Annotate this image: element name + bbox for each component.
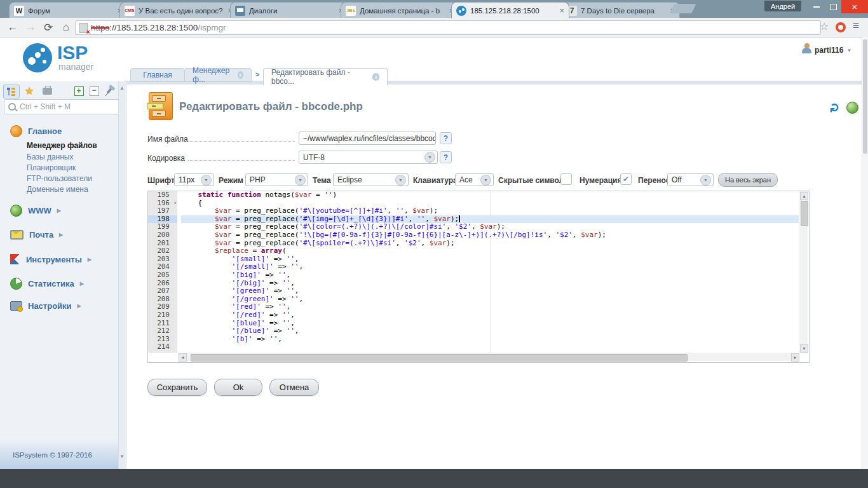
font-value: 11px [179,175,194,184]
hidden-symbols-checkbox[interactable] [560,173,572,185]
gutter-line-number[interactable]: 207 [148,287,177,295]
gutter-line-number[interactable]: 195 [148,191,177,200]
numbering-checkbox[interactable]: ✔ [620,173,632,185]
scroll-down-icon[interactable]: ▼ [119,454,125,459]
vertical-scroll-thumb[interactable] [801,201,808,226]
sidebar-section-main[interactable]: Главное [10,125,62,137]
gutter-line-number[interactable]: 212 [148,327,177,336]
section-label: Инструменты [26,255,82,264]
browser-profile-badge[interactable]: Андрей [764,1,801,11]
ok-button[interactable]: Ok [214,379,262,396]
pin-icon[interactable] [102,85,117,97]
mode-select[interactable]: PHP ▼ [245,173,308,186]
sidebar-section-mail[interactable]: Почта ▶ [10,230,63,240]
chevron-right-icon: ▶ [59,232,63,238]
user-menu[interactable]: parti116 ▼ [802,46,851,55]
scroll-right-icon[interactable]: ► [791,353,799,362]
collapse-all-icon[interactable]: − [86,85,102,97]
encoding-help-button[interactable]: ? [440,151,452,163]
sidebar-item-databases[interactable]: Базы данных [27,152,73,161]
font-select[interactable]: 11px ▼ [174,173,214,186]
extension-icon[interactable] [836,22,846,32]
browser-tab-7dtd[interactable]: 7 7 Days to Die сервера × [562,2,680,18]
home-icon[interactable]: ⌂ [58,20,74,35]
browser-tab-forum[interactable]: W Форум × [9,2,127,18]
tab-main[interactable]: Главная [130,68,185,82]
wrap-select[interactable]: Off ▼ [667,173,714,186]
sidebar-item-file-manager[interactable]: Менеджер файлов [27,141,97,150]
window-minimize-button[interactable] [808,0,825,13]
gutter-line-number[interactable]: 197 [148,207,177,215]
browser-tab-dialogs[interactable]: Диалоги × [230,2,348,18]
expand-all-icon[interactable]: + [71,85,86,97]
gutter-line-number[interactable]: 214 [148,343,177,351]
sidebar-section-tools[interactable]: Инструменты ▶ [10,254,92,264]
browser-tab-title: У Вас есть один вопрос? [139,7,224,15]
tree-view-icon[interactable] [3,85,20,98]
insecure-page-icon[interactable] [79,23,88,33]
scroll-left-icon[interactable]: ◄ [179,353,187,362]
url-path: /ispmgr [198,23,226,32]
scroll-up-icon[interactable]: ▲ [800,192,808,200]
page-title: Редактировать файл - bbcode.php [179,100,363,113]
reload-icon[interactable]: ⟳ [41,20,56,35]
scroll-down-icon[interactable]: ▼ [800,344,808,353]
window-close-button[interactable]: × [841,0,868,13]
chevron-down-icon: ▼ [480,175,491,186]
fold-icon[interactable]: ▾ [173,200,177,208]
briefcase-icon[interactable] [39,85,55,97]
close-icon[interactable]: x [238,71,244,79]
ispmanager-favicon-icon [456,6,466,16]
forward-icon[interactable]: → [23,20,38,35]
sidebar-section-www[interactable]: WWW ▶ [10,205,61,217]
new-tab-button[interactable] [670,4,696,13]
close-tab-icon[interactable]: × [559,6,564,15]
address-bar[interactable]: https://185.125.218.28:1500/ispmgr [75,20,821,35]
sidebar-item-ftp-users[interactable]: FTP-пользователи [27,174,92,183]
browser-tab-ispmgr[interactable]: 185.125.218.28:1500 × [451,2,569,18]
cancel-button[interactable]: Отмена [269,379,319,396]
page-scroll-thumb[interactable] [863,39,867,154]
filename-help-button[interactable]: ? [440,132,452,144]
gutter-line-number[interactable]: 202 [148,247,177,255]
close-icon[interactable]: x [372,73,379,81]
bookmark-star-icon[interactable]: ☆ [820,20,829,32]
wrap-value: Off [672,175,682,184]
menu-search-input[interactable]: Ctrl + Shift + M [4,99,121,114]
sidebar-section-statistics[interactable]: Статистика ▶ [10,278,84,290]
editor-code[interactable]: static function notags($var = '') { $var… [181,191,799,353]
favorites-star-icon[interactable]: ★ [22,85,37,97]
url-host: ://185.125.218.28:1500 [109,23,198,32]
sidebar-section-settings[interactable]: Настройки ▶ [10,301,81,311]
theme-select[interactable]: Eclipse ▼ [333,173,409,186]
sidebar-item-scheduler[interactable]: Планировщик [27,163,76,172]
fullscreen-button[interactable]: На весь экран [718,173,778,187]
globe-icon[interactable] [846,102,858,114]
browser-tab-home[interactable]: JBs Домашняя страница - b × [341,2,459,18]
scroll-up-icon[interactable]: ▲ [119,85,125,91]
encoding-select[interactable]: UTF-8 ▼ [299,151,438,164]
gutter-line-number[interactable]: 200 [148,231,177,240]
horizontal-scroll-thumb[interactable] [191,354,688,362]
sidebar-scrollbar[interactable] [118,81,126,469]
browser-tab-cms[interactable]: CMS У Вас есть один вопрос? × [119,2,238,18]
logo-text-manager: manager [58,62,93,72]
browser-tab-title: Форум [28,7,113,15]
window-restore-button[interactable] [825,0,841,13]
encoding-value: UTF-8 [303,153,325,162]
save-button[interactable]: Сохранить [147,379,207,396]
tab-file-manager[interactable]: Менеджер ф... x [184,68,252,82]
filename-label: Имя файла [147,135,188,144]
gutter-line-number[interactable]: 205 [148,271,177,280]
back-icon[interactable]: ← [5,20,20,35]
refresh-page-icon[interactable]: ↻ [827,103,842,113]
gutter-line-number[interactable]: 210 [148,311,177,320]
code-line [181,343,799,351]
chevron-down-icon: ▼ [201,175,212,186]
tab-edit-file[interactable]: Редактировать файл - bbco... x [263,68,388,85]
browser-menu-icon[interactable]: ≡ [853,20,859,32]
keyboard-select[interactable]: Ace ▼ [455,173,494,186]
sidebar-item-domains[interactable]: Доменные имена [27,185,88,194]
browser-tab-title: Диалоги [249,7,334,15]
filename-input[interactable]: ~/www/waplex.ru/incfiles/classes/bbcode.… [299,132,436,145]
